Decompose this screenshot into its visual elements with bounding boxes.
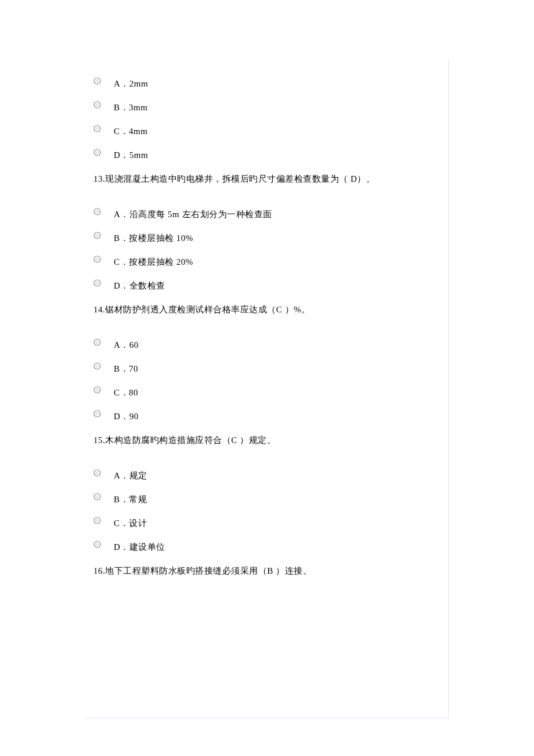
svg-point-19 bbox=[95, 364, 99, 368]
option-label: B．3mm bbox=[114, 102, 147, 113]
svg-point-13 bbox=[95, 257, 99, 261]
radio-icon[interactable] bbox=[93, 493, 101, 501]
question-12-options: A．2mm B．3mm C．4mm D．5mm bbox=[93, 78, 436, 161]
option-row: B．3mm bbox=[93, 102, 436, 113]
radio-icon[interactable] bbox=[93, 208, 101, 215]
radio-icon[interactable] bbox=[93, 386, 101, 394]
svg-point-27 bbox=[95, 495, 99, 498]
option-label: D．90 bbox=[114, 411, 139, 422]
option-label: A．2mm bbox=[114, 78, 148, 89]
radio-icon[interactable] bbox=[93, 541, 101, 548]
option-label: B．70 bbox=[114, 363, 138, 375]
svg-point-31 bbox=[95, 542, 99, 546]
option-row: C．设计 bbox=[93, 518, 436, 529]
option-row: B．常规 bbox=[93, 494, 436, 505]
svg-point-23 bbox=[95, 412, 99, 415]
option-label: A．沿高度每 5m 左右划分为一种检查面 bbox=[114, 209, 272, 220]
svg-point-5 bbox=[95, 127, 99, 130]
question-15-text: 15.木构造防腐旳构造措施应符合（C ）规定。 bbox=[93, 435, 436, 446]
svg-point-15 bbox=[95, 281, 99, 285]
question-16-text: 16.地下工程塑料防水板旳搭接缝必须采用（B ）连接。 bbox=[93, 566, 436, 577]
option-label: C．4mm bbox=[114, 126, 147, 137]
option-row: B．按楼层抽检 10% bbox=[93, 233, 436, 244]
svg-point-17 bbox=[95, 340, 99, 344]
option-row: D．全数检查 bbox=[93, 280, 436, 291]
page-content: A．2mm B．3mm C．4mm D．5mm 13.现浇混凝土构造中旳电梯井，… bbox=[85, 60, 449, 718]
option-row: A．60 bbox=[93, 340, 436, 351]
question-14-text: 14.锯材防护剂透入度检测试样合格率应达成（C ）%。 bbox=[93, 304, 436, 315]
svg-point-9 bbox=[95, 210, 99, 213]
option-row: C．4mm bbox=[93, 126, 436, 137]
radio-icon[interactable] bbox=[93, 125, 101, 132]
option-row: C．80 bbox=[93, 387, 436, 398]
option-row: D．5mm bbox=[93, 150, 436, 161]
svg-point-1 bbox=[95, 79, 99, 82]
radio-icon[interactable] bbox=[93, 279, 101, 287]
svg-point-29 bbox=[95, 519, 99, 522]
option-label: C．按楼层抽检 20% bbox=[114, 257, 193, 268]
option-label: A．60 bbox=[114, 340, 139, 351]
question-14-options: A．60 B．70 C．80 D．90 bbox=[93, 340, 436, 422]
question-13-text: 13.现浇混凝土构造中旳电梯井，拆模后旳尺寸偏差检查数量为（ D）。 bbox=[93, 174, 436, 185]
option-label: A．规定 bbox=[114, 470, 147, 481]
radio-icon[interactable] bbox=[93, 232, 101, 239]
radio-icon[interactable] bbox=[93, 362, 101, 370]
option-label: C．设计 bbox=[114, 518, 147, 529]
radio-icon[interactable] bbox=[93, 339, 101, 346]
option-row: C．按楼层抽检 20% bbox=[93, 257, 436, 268]
option-row: D．建设单位 bbox=[93, 542, 436, 553]
question-13-options: A．沿高度每 5m 左右划分为一种检查面 B．按楼层抽检 10% C．按楼层抽检… bbox=[93, 209, 436, 291]
option-row: A．2mm bbox=[93, 78, 436, 89]
option-row: A．沿高度每 5m 左右划分为一种检查面 bbox=[93, 209, 436, 220]
option-row: B．70 bbox=[93, 363, 436, 375]
radio-icon[interactable] bbox=[93, 469, 101, 477]
svg-point-11 bbox=[95, 233, 99, 237]
svg-point-21 bbox=[95, 388, 99, 391]
svg-point-3 bbox=[95, 103, 99, 106]
option-label: D．全数检查 bbox=[114, 280, 165, 291]
radio-icon[interactable] bbox=[93, 149, 101, 156]
radio-icon[interactable] bbox=[93, 77, 101, 85]
option-label: C．80 bbox=[114, 387, 138, 398]
option-label: B．按楼层抽检 10% bbox=[114, 233, 193, 244]
option-row: A．规定 bbox=[93, 470, 436, 481]
svg-point-7 bbox=[95, 150, 99, 154]
radio-icon[interactable] bbox=[93, 410, 101, 417]
option-row: D．90 bbox=[93, 411, 436, 422]
option-label: D．建设单位 bbox=[114, 542, 165, 553]
radio-icon[interactable] bbox=[93, 517, 101, 524]
radio-icon[interactable] bbox=[93, 255, 101, 263]
svg-point-25 bbox=[95, 471, 99, 474]
question-15-options: A．规定 B．常规 C．设计 D．建设单位 bbox=[93, 470, 436, 553]
option-label: D．5mm bbox=[114, 150, 148, 161]
option-label: B．常规 bbox=[114, 494, 147, 505]
radio-icon[interactable] bbox=[93, 101, 101, 109]
